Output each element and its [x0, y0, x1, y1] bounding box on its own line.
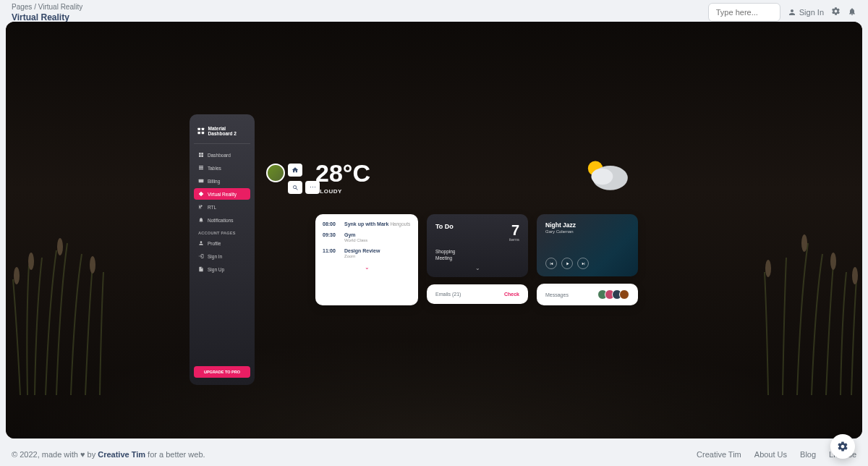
footer: © 2022, made with ♥ by Creative Tim for …	[0, 444, 868, 465]
upgrade-button[interactable]: UPGRADE TO PRO	[194, 366, 250, 378]
sidebar-item-tables[interactable]: Tables	[194, 162, 250, 174]
dashboard-icon	[198, 152, 204, 158]
sidebar: Material Dashboard 2 Dashboard Tables Bi…	[190, 114, 255, 385]
prev-icon	[549, 261, 554, 266]
svg-point-19	[591, 169, 613, 185]
signin-label: Sign In	[799, 8, 824, 17]
user-icon	[788, 8, 796, 17]
sidebar-item-signin[interactable]: Sign In	[194, 250, 250, 262]
todo-title: To Do	[435, 223, 454, 230]
svg-point-7	[852, 267, 858, 284]
sidebar-item-label: Dashboard	[208, 153, 231, 158]
sidebar-brand[interactable]: Material Dashboard 2	[194, 122, 250, 144]
brand-label: Material Dashboard 2	[208, 126, 247, 136]
footer-link-blog[interactable]: Blog	[800, 450, 816, 459]
next-icon	[581, 261, 586, 266]
search-input[interactable]	[708, 3, 780, 22]
topbar-right: Sign In	[708, 3, 856, 22]
gear-icon[interactable]	[831, 7, 841, 18]
todo-count: 7	[509, 223, 519, 237]
schedule-row[interactable]: 09:30 Gym World Class	[323, 232, 411, 242]
weather-desc: CLOUDY	[315, 188, 370, 195]
schedule-title: Design Review	[344, 248, 411, 253]
search-button[interactable]	[288, 181, 302, 194]
home-button[interactable]	[288, 164, 302, 177]
signup-icon	[198, 266, 204, 272]
signin-link[interactable]: Sign In	[788, 8, 824, 17]
svg-rect-11	[202, 132, 204, 134]
table-icon	[198, 165, 204, 171]
music-prev-button[interactable]	[545, 258, 557, 269]
sidebar-item-virtual-reality[interactable]: Virtual Reality	[194, 188, 250, 200]
schedule-time: 08:00	[323, 221, 339, 226]
schedule-row[interactable]: 11:00 Design Review Zoom	[323, 248, 411, 258]
weather-temp: 28°C	[315, 161, 370, 185]
messages-label: Messages	[545, 292, 569, 297]
schedule-expand[interactable]: ⌄	[323, 264, 411, 271]
grass-decoration-left	[6, 192, 136, 395]
todo-items-label: items	[509, 237, 519, 242]
emails-card[interactable]: Emails (21) Check	[427, 284, 528, 304]
sidebar-item-notifications[interactable]: Notifications	[194, 214, 250, 226]
play-icon	[565, 261, 570, 266]
sidebar-item-billing[interactable]: Billing	[194, 175, 250, 187]
sidebar-item-label: RTL	[208, 205, 216, 210]
svg-rect-13	[201, 153, 203, 155]
footer-link-about[interactable]: About Us	[754, 450, 787, 459]
music-artist: Gary Coleman	[545, 229, 629, 234]
svg-point-5	[801, 234, 807, 252]
todo-item: Shopping	[435, 249, 519, 254]
schedule-title-muted: Hangouts	[390, 221, 410, 226]
schedule-time: 09:30	[323, 232, 339, 242]
svg-rect-14	[199, 155, 201, 157]
breadcrumb-root[interactable]: Pages	[12, 3, 32, 11]
gear-icon	[837, 441, 848, 452]
brand-icon	[197, 126, 205, 136]
sidebar-section-label: ACCOUNT PAGES	[194, 226, 250, 237]
svg-rect-12	[199, 153, 201, 155]
schedule-row[interactable]: 08:00 Synk up with Mark Hangouts	[323, 221, 411, 226]
sidebar-item-dashboard[interactable]: Dashboard	[194, 149, 250, 161]
sidebar-item-label: Profile	[208, 241, 221, 246]
home-icon	[292, 166, 299, 174]
messages-card[interactable]: Messages	[537, 284, 638, 305]
user-icon	[198, 240, 204, 246]
avatar[interactable]	[266, 164, 285, 182]
svg-rect-16	[199, 179, 204, 183]
schedule-title: Synk up with Mark	[344, 221, 388, 226]
schedule-time: 11:00	[323, 248, 339, 258]
schedule-title: Gym	[344, 232, 411, 237]
svg-point-6	[830, 253, 836, 270]
weather-widget: 28°C CLOUDY	[315, 161, 370, 195]
svg-point-0	[14, 267, 20, 284]
grass-decoration-right	[732, 192, 862, 395]
todo-card: To Do 7 items Shopping Meeting ⌄	[427, 214, 528, 277]
music-next-button[interactable]	[577, 258, 589, 269]
vr-icon	[198, 191, 204, 197]
breadcrumb: Pages / Virtual Reality	[12, 3, 82, 11]
svg-point-3	[90, 256, 95, 274]
svg-point-2	[57, 238, 63, 255]
avatar[interactable]	[619, 289, 629, 300]
todo-expand[interactable]: ⌄	[435, 265, 519, 271]
sidebar-item-label: Sign In	[208, 254, 222, 259]
bell-icon	[198, 217, 204, 223]
sidebar-item-profile[interactable]: Profile	[194, 237, 250, 249]
emails-check-link[interactable]: Check	[504, 292, 519, 297]
footer-author[interactable]: Creative Tim	[98, 450, 145, 459]
sidebar-item-rtl[interactable]: RTL	[194, 201, 250, 213]
todo-item: Meeting	[435, 255, 519, 260]
topbar-left: Pages / Virtual Reality Virtual Reality	[12, 3, 82, 22]
footer-copyright: © 2022, made with ♥ by Creative Tim for …	[12, 450, 205, 459]
billing-icon	[198, 178, 204, 184]
footer-link-creative-tim[interactable]: Creative Tim	[697, 450, 741, 459]
sidebar-item-signup[interactable]: Sign Up	[194, 263, 250, 275]
svg-point-1	[28, 253, 34, 270]
schedule-subtitle: Zoom	[344, 254, 411, 258]
settings-fab[interactable]	[830, 434, 855, 459]
music-play-button[interactable]	[561, 258, 573, 269]
bell-icon[interactable]	[848, 7, 856, 18]
breadcrumb-current: Virtual Reality	[38, 3, 83, 11]
vr-container: Material Dashboard 2 Dashboard Tables Bi…	[6, 22, 862, 439]
sidebar-item-label: Notifications	[208, 218, 233, 223]
